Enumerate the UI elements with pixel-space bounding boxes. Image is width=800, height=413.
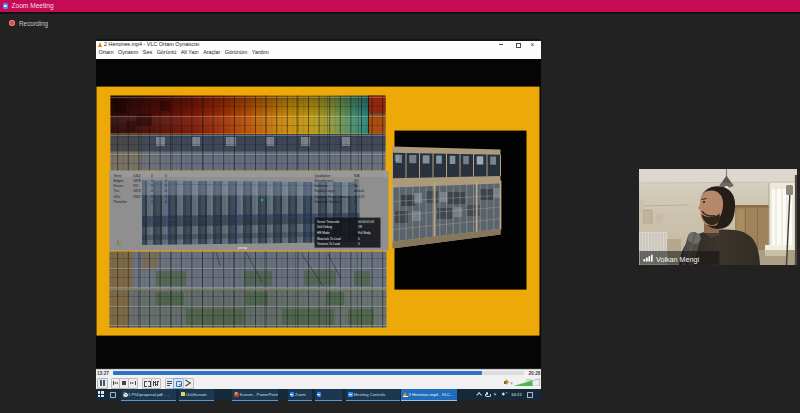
svg-text:Distance From Camera:: Distance From Camera: — [314, 195, 349, 199]
svg-text:persp: persp — [238, 246, 247, 250]
svg-text:0: 0 — [151, 174, 153, 178]
svg-text:Soft Debug: Soft Debug — [317, 226, 332, 230]
svg-text:0: 0 — [165, 179, 167, 183]
svg-text:957: 957 — [133, 184, 139, 188]
svg-text:0: 0 — [151, 179, 153, 183]
svg-text:HR Mode: HR Mode — [317, 231, 330, 235]
svg-text:75%: 75% — [526, 379, 532, 383]
svg-text:Volkan Mengi: Volkan Mengi — [656, 255, 700, 264]
svg-text:1878: 1878 — [133, 179, 141, 183]
svg-text:Textures To Load: Textures To Load — [317, 243, 340, 247]
svg-text:0: 0 — [165, 174, 167, 178]
svg-text:0: 0 — [165, 200, 167, 204]
svg-text:Edges:: Edges: — [113, 179, 124, 183]
svg-text:Off: Off — [358, 226, 362, 230]
svg-text:Scene Timecode: Scene Timecode — [317, 220, 340, 224]
svg-text:0: 0 — [151, 200, 153, 204]
svg-text:Smoothness:: Smoothness: — [314, 179, 333, 183]
svg-text:default: default — [354, 190, 364, 194]
svg-text:1874: 1874 — [133, 190, 141, 194]
svg-text:Display Layer:: Display Layer: — [314, 190, 335, 194]
svg-text:Verts:: Verts: — [113, 174, 122, 178]
svg-text:00:00:01:03: 00:00:01:03 — [358, 220, 374, 224]
svg-text:0: 0 — [151, 190, 153, 194]
svg-text:Materials To Load: Materials To Load — [317, 237, 341, 241]
svg-text:61.123: 61.123 — [354, 195, 364, 199]
svg-text:Qualitative:: Qualitative: — [314, 174, 331, 178]
svg-text:0/0: 0/0 — [354, 179, 359, 183]
svg-text:1: 1 — [354, 200, 356, 204]
svg-text:Full Body: Full Body — [358, 231, 371, 235]
svg-text:0: 0 — [165, 195, 167, 199]
svg-text:1062: 1062 — [133, 174, 141, 178]
svg-text:Particles:: Particles: — [113, 200, 127, 204]
svg-text:1962: 1962 — [133, 195, 141, 199]
svg-text:0: 0 — [151, 184, 153, 188]
svg-text:Softness:: Softness: — [314, 184, 328, 188]
svg-text:0: 0 — [151, 195, 153, 199]
svg-text:UVs:: UVs: — [113, 195, 120, 199]
svg-text:Selected Objects:: Selected Objects: — [314, 200, 340, 204]
svg-text:Faces:: Faces: — [113, 184, 123, 188]
svg-text:0: 0 — [165, 184, 167, 188]
svg-text:No: No — [354, 184, 358, 188]
svg-text:0: 0 — [165, 190, 167, 194]
svg-text:Tris:: Tris: — [113, 190, 120, 194]
svg-text:N/A: N/A — [354, 174, 360, 178]
